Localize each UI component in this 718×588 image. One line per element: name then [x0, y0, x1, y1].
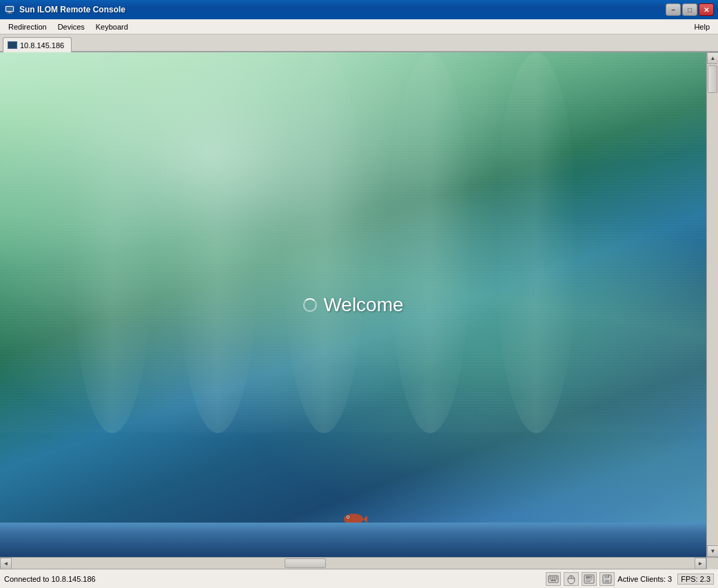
svg-rect-1	[6, 7, 13, 11]
horizontal-scrollbar[interactable]: ◄ ►	[0, 557, 718, 569]
scroll-right-button[interactable]: ►	[695, 558, 706, 569]
svg-rect-27	[604, 575, 608, 578]
svg-rect-12	[556, 576, 557, 578]
drape-3	[283, 52, 365, 433]
minimize-button[interactable]: –	[666, 3, 681, 16]
menu-bar: Redirection Devices Keyboard Help	[0, 19, 718, 34]
vista-taskbar	[0, 523, 706, 557]
svg-rect-15	[554, 578, 555, 580]
mouse-status-icon	[564, 572, 579, 586]
svg-rect-3	[7, 13, 12, 14]
remote-tab[interactable]: 10.8.145.186	[3, 37, 72, 52]
svg-rect-13	[550, 578, 551, 580]
svg-rect-14	[552, 578, 553, 580]
svg-rect-30	[605, 580, 609, 582]
maximize-button[interactable]: □	[682, 3, 697, 16]
floppy-status-icon	[599, 572, 615, 586]
scroll-track-vertical[interactable]	[707, 64, 718, 545]
tab-bar: 10.8.145.186	[0, 34, 718, 52]
active-clients-label: Active Clients: 3	[617, 575, 672, 583]
window-controls[interactable]: – □ ✕	[666, 3, 714, 16]
scroll-track-horizontal[interactable]	[12, 558, 695, 569]
keyboard-status-icon	[546, 572, 561, 586]
drape-1	[71, 52, 154, 433]
window-title: Sun ILOM Remote Console	[19, 5, 661, 14]
content-area: Welcome	[0, 52, 718, 569]
menu-keyboard[interactable]: Keyboard	[90, 19, 134, 34]
scroll-down-button[interactable]: ▼	[707, 545, 718, 557]
drape-4	[389, 52, 471, 433]
connection-status: Connected to 10.8.145.186	[4, 575, 540, 583]
scroll-thumb-horizontal[interactable]	[285, 558, 326, 568]
loading-spinner	[302, 298, 316, 312]
drape-2	[176, 52, 259, 433]
svg-rect-24	[586, 580, 593, 580]
fps-version: FPS: 2.3	[677, 574, 714, 585]
svg-point-23	[591, 576, 593, 578]
menu-redirection[interactable]: Redirection	[3, 19, 52, 34]
remote-desktop-canvas[interactable]: Welcome	[0, 52, 706, 557]
welcome-area: Welcome	[302, 294, 403, 316]
svg-rect-9	[550, 576, 551, 578]
svg-rect-25	[586, 581, 591, 582]
canvas-and-vscroll: Welcome	[0, 52, 718, 557]
vertical-scrollbar[interactable]: ▲ ▼	[706, 52, 718, 557]
svg-rect-2	[8, 12, 11, 13]
menu-help[interactable]: Help	[688, 19, 715, 34]
svg-rect-22	[586, 576, 590, 578]
svg-rect-16	[556, 578, 557, 580]
status-bar: Connected to 10.8.145.186	[0, 569, 718, 588]
menu-devices[interactable]: Devices	[52, 19, 90, 34]
svg-rect-11	[554, 576, 555, 578]
svg-rect-17	[551, 580, 556, 581]
drape-5	[495, 52, 577, 433]
desktop-background: Welcome	[0, 52, 706, 557]
tab-label: 10.8.145.186	[20, 41, 64, 50]
scroll-thumb-vertical[interactable]	[708, 65, 717, 93]
title-bar: Sun ILOM Remote Console – □ ✕	[0, 0, 718, 19]
svg-rect-10	[552, 576, 553, 578]
status-icons: Active Clients: 3 FPS: 2.3	[546, 572, 714, 586]
welcome-label: Welcome	[323, 294, 403, 316]
svg-point-7	[347, 516, 349, 518]
scroll-up-button[interactable]: ▲	[707, 52, 718, 64]
disk-status-icon	[582, 572, 597, 586]
tab-monitor-icon	[8, 41, 17, 49]
app-icon	[4, 4, 15, 15]
canvas-wrapper: Welcome	[0, 52, 718, 569]
scrollbar-corner	[706, 558, 718, 569]
scroll-left-button[interactable]: ◄	[0, 558, 12, 569]
svg-rect-28	[608, 575, 609, 578]
close-button[interactable]: ✕	[699, 3, 714, 16]
